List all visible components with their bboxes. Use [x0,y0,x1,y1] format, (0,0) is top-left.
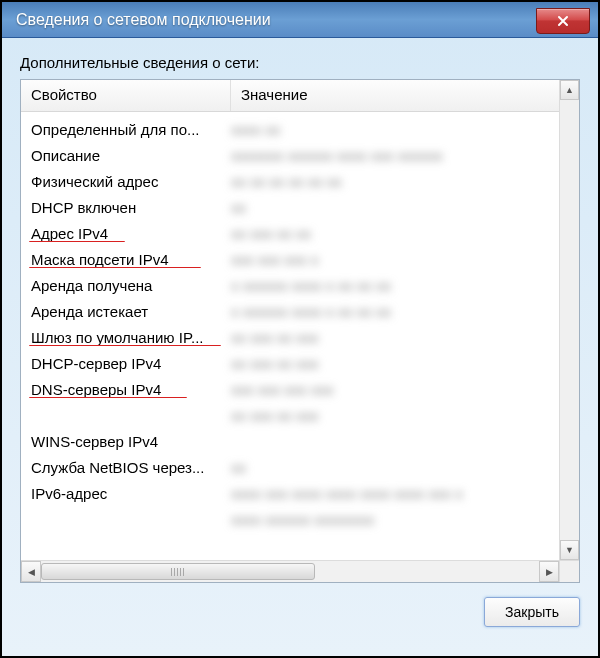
scroll-thumb[interactable] [41,563,315,580]
prop-label: IPv6-адрес [21,485,231,502]
prop-value: xx xxx xx xxx [231,355,579,372]
scroll-corner [559,560,579,582]
prop-label: DHCP-сервер IPv4 [21,355,231,372]
table-row: DNS-серверы IPv4xxx xxx xxx xxx [21,376,579,402]
table-row: Аренда истекаетx xxxxxx xxxx x xx xx xx [21,298,579,324]
prop-label: WINS-сервер IPv4 [21,433,231,450]
scroll-right-icon[interactable]: ▶ [539,561,559,582]
prop-value: xx [231,199,579,216]
list-header: Свойство Значение [21,80,579,112]
prop-value: xxx xxx xxx x [231,251,579,268]
prop-value: xxx xxx xxx xxx [231,381,579,398]
table-row: Определенный для по...xxxx xx [21,116,579,142]
prop-label: Служба NetBIOS через... [21,459,231,476]
prop-label: Описание [21,147,231,164]
titlebar: Сведения о сетевом подключении [2,2,598,38]
prop-value: xxxx xxxxxx xxxxxxxx [231,511,579,528]
table-row: Адрес IPv4xx xxx xx xx [21,220,579,246]
table-row: Физический адресxx xx xx xx xx xx [21,168,579,194]
table-row: DHCP-сервер IPv4xx xxx xx xxx [21,350,579,376]
dialog-window: Сведения о сетевом подключении Дополните… [2,2,598,656]
prop-value: x xxxxxx xxxx x xx xx xx [231,303,579,320]
table-row: DHCP включенxx [21,194,579,220]
column-header-value[interactable]: Значение [231,80,579,111]
prop-label: Аренда получена [21,277,231,294]
prop-label: Шлюз по умолчанию IP... [21,329,231,346]
scroll-up-icon[interactable]: ▲ [560,80,579,100]
horizontal-scrollbar[interactable]: ◀ ▶ [21,560,559,582]
table-row: Маска подсети IPv4xxx xxx xxx x [21,246,579,272]
table-row: Описаниеxxxxxxx xxxxxx xxxx xxx xxxxxx [21,142,579,168]
table-row: Служба NetBIOS через...xx [21,454,579,480]
close-button[interactable]: Закрыть [484,597,580,627]
close-icon[interactable] [536,8,590,34]
prop-value: xxxx xx [231,121,579,138]
table-row: Шлюз по умолчанию IP...xx xxx xx xxx [21,324,579,350]
prop-label: Маска подсети IPv4 [21,251,231,268]
section-label: Дополнительные сведения о сети: [20,54,580,71]
prop-label: DHCP включен [21,199,231,216]
scroll-down-icon[interactable]: ▼ [560,540,579,560]
prop-value: xxxxxxx xxxxxx xxxx xxx xxxxxx [231,147,579,164]
scroll-left-icon[interactable]: ◀ [21,561,41,582]
prop-value: xx xx xx xx xx xx [231,173,579,190]
list-body: Определенный для по...xxxx xx Описаниеxx… [21,112,579,562]
prop-value: x xxxxxx xxxx x xx xx xx [231,277,579,294]
prop-value: xxxx xxx xxxx xxxx xxxx xxxx xxx x [231,485,579,502]
column-header-property[interactable]: Свойство [21,80,231,111]
prop-value: xx xxx xx xxx [231,407,579,424]
prop-label: Определенный для по... [21,121,231,138]
table-row: IPv6-адресxxxx xxx xxxx xxxx xxxx xxxx x… [21,480,579,506]
details-list: Свойство Значение Определенный для по...… [20,79,580,583]
prop-label: Адрес IPv4 [21,225,231,242]
dialog-content: Дополнительные сведения о сети: Свойство… [2,38,598,641]
prop-value: xx xxx xx xx [231,225,579,242]
table-row: Аренда полученаx xxxxxx xxxx x xx xx xx [21,272,579,298]
prop-label: Физический адрес [21,173,231,190]
button-row: Закрыть [20,597,580,627]
window-title: Сведения о сетевом подключении [16,11,271,29]
vertical-scrollbar[interactable]: ▲ ▼ [559,80,579,560]
prop-label: DNS-серверы IPv4 [21,381,231,398]
table-row: xx xxx xx xxx [21,402,579,428]
prop-value: xx [231,459,579,476]
table-row: WINS-сервер IPv4 [21,428,579,454]
prop-value: xx xxx xx xxx [231,329,579,346]
prop-label: Аренда истекает [21,303,231,320]
table-row: xxxx xxxxxx xxxxxxxx [21,506,579,532]
